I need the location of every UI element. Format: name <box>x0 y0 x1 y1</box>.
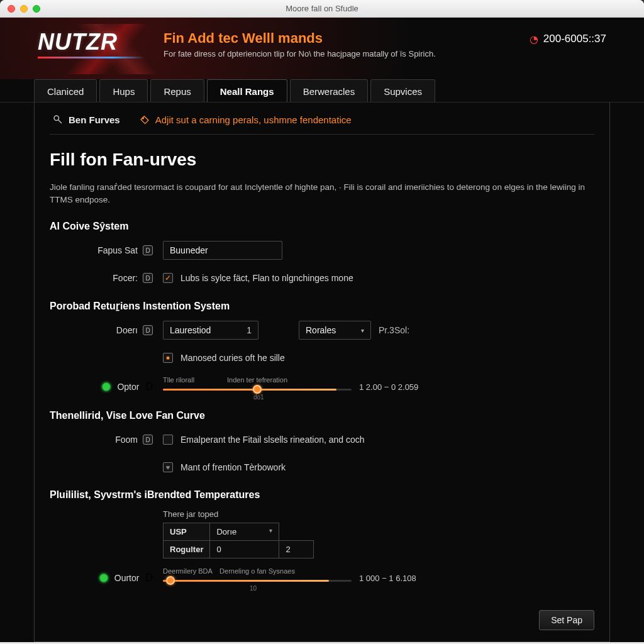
foom-text: Emalperant the Fitail slsells rineation,… <box>180 435 365 445</box>
tab-neall-rangs[interactable]: Neall Rangs <box>207 79 287 102</box>
tab-supvices[interactable]: Supvices <box>370 79 435 102</box>
header-subtitle: For fate diress of dpteriencion tlip for… <box>164 49 530 58</box>
app-shell: NUTZR Fin Add tec Welll mands For fate d… <box>0 18 644 642</box>
table-cell[interactable]: 2 <box>279 541 314 558</box>
subnav-fan-curves[interactable]: Ben Furves <box>52 114 120 125</box>
help-icon[interactable]: D <box>145 572 153 584</box>
section-2-heading: Porobad Retuṟiens Instention System <box>50 300 594 312</box>
row-ourtor: Ourtor D Deermilery BDA Derneling o fan … <box>50 567 594 589</box>
help-icon[interactable]: D <box>143 273 153 283</box>
section-1-heading: Al Coive Sŷstem <box>50 221 594 232</box>
row-temperature-table: There jar toped USP Dorıe▾ Rogulter 0 2 <box>50 509 594 558</box>
doer-select-2-value: Rorales <box>306 325 336 335</box>
manosed-text: Manosed curies oft he sille <box>180 353 285 363</box>
minimize-icon[interactable] <box>20 5 28 13</box>
row-doer: Doerı D Laurestiod 1 Rorales ▾ Pr.3Sol: <box>50 321 594 340</box>
status-dot-icon <box>99 574 108 582</box>
main-panel: Ben Furves Adjit sut a carning perals, u… <box>34 103 610 642</box>
main-tabs: ClanicedHupsRepusNeall RangsBerweraclesS… <box>0 79 644 103</box>
help-icon[interactable]: D <box>145 381 153 392</box>
subnav-a-label: Ben Furves <box>69 114 120 125</box>
zoom-icon[interactable] <box>33 5 40 13</box>
app-window: Moore fall on Sfudle NUTZR Fin Add tec W… <box>0 0 644 644</box>
row-manosed: Manosed curies oft he sille <box>50 348 594 367</box>
status-dot-icon <box>102 382 111 391</box>
tag-icon <box>139 114 150 125</box>
header-clock: ◔ 200-6005::37 <box>530 29 606 45</box>
help-icon[interactable]: D <box>143 325 153 335</box>
optor-slider[interactable]: Tlle rilorall Inden ter tefreration do1 <box>163 376 352 397</box>
table-cell: USP <box>164 523 210 541</box>
page-lead: Jiole fanling ranaṙded tesrormact is cou… <box>50 181 594 206</box>
row-focer: Focer: D Lubs is sylce fäct, Flan to nlg… <box>50 269 594 287</box>
table-cell[interactable]: 0 <box>210 541 279 558</box>
doer-label: Doerı <box>116 325 138 335</box>
row-optor: Optor D Tlle rilorall Inden ter tefrerat… <box>50 376 594 397</box>
clock-value: 200-6005::37 <box>543 33 606 45</box>
chevron-down-icon: ▾ <box>269 527 272 534</box>
subnav: Ben Furves Adjit sut a carning perals, u… <box>50 111 594 135</box>
optor-label: Optor <box>117 382 139 392</box>
fapus-sat-label: Fapus Sat <box>97 245 138 255</box>
window-title: Moore fall on Sfudle <box>0 4 644 13</box>
svg-point-0 <box>54 116 59 121</box>
focer-checkbox[interactable] <box>163 273 173 283</box>
slider-sublabel: do1 <box>253 394 264 401</box>
app-logo: NUTZR <box>38 29 145 58</box>
slider-cap-right: Inden ter tefreration <box>227 376 287 384</box>
subnav-b-label: Adjit sut a carning perals, ushmne fende… <box>155 114 352 125</box>
titlebar: Moore fall on Sfudle <box>0 0 644 18</box>
heart-icon[interactable] <box>163 462 173 472</box>
table-cell-select[interactable]: Dorıe▾ <box>210 523 279 541</box>
wrench-icon <box>52 114 64 125</box>
row-foom: Foom D Emalperant the Fitail slsells rin… <box>50 430 594 449</box>
foom-label: Foom <box>115 435 138 445</box>
slider-sublabel: 10 <box>250 585 257 592</box>
manosed-checkbox[interactable] <box>163 353 173 363</box>
slider-cap-left: Deermilery BDA <box>163 567 213 575</box>
chevron-down-icon: ▾ <box>361 327 364 334</box>
focer-text: Lubs is sylce fäct, Flan to nlgnchinges … <box>180 273 353 283</box>
focer-label: Focer: <box>113 273 138 283</box>
tab-berweracles[interactable]: Berweracles <box>290 79 369 102</box>
doer-select-1[interactable]: Laurestiod 1 <box>163 321 258 340</box>
table-cell: Rogulter <box>164 541 210 558</box>
logo-text: NUTZR <box>38 29 118 55</box>
doer-select-2[interactable]: Rorales ▾ <box>299 321 371 340</box>
optor-readout: 1 2.00 − 0 2.059 <box>359 382 418 392</box>
tab-hups[interactable]: Hups <box>99 79 148 102</box>
row-fapus-sat: Fapus Sat D <box>50 241 594 260</box>
fapus-sat-input[interactable] <box>163 241 282 260</box>
table-row: Rogulter 0 2 <box>164 541 314 558</box>
section-3-heading: Thenellirid, Vise Love Fan Curve <box>50 410 594 421</box>
header-title: Fin Add tec Welll mands <box>164 30 530 47</box>
foom-checkbox[interactable] <box>163 435 173 445</box>
window-controls <box>0 5 40 13</box>
help-icon[interactable]: D <box>143 435 153 445</box>
tab-claniced[interactable]: Claniced <box>34 79 97 102</box>
clock-icon: ◔ <box>530 33 538 45</box>
temperature-table: USP Dorıe▾ Rogulter 0 2 <box>163 523 314 558</box>
section-4-heading: Pluililist, Syvstrm's iBrendted Temperat… <box>50 489 594 501</box>
header: NUTZR Fin Add tec Welll mands For fate d… <box>0 18 644 79</box>
ourtor-label: Ourtor <box>114 573 140 583</box>
help-icon[interactable]: D <box>143 245 153 255</box>
page-title: Fill fon Fan-urves <box>50 150 594 170</box>
row-mant: Mant of frention Tèrbowork <box>50 458 594 477</box>
ourtor-readout: 1 000 − 1 6.108 <box>359 574 416 583</box>
set-pap-button[interactable]: Set Pap <box>539 610 594 630</box>
subnav-adjust[interactable]: Adjit sut a carning perals, ushmne fende… <box>139 114 352 125</box>
doer-suffix: Pr.3Sol: <box>379 325 409 335</box>
slider-cap-right: Derneling o fan Sysnaes <box>219 567 295 575</box>
mant-text: Mant of frention Tèrbowork <box>180 462 286 472</box>
doer-select-1-value: Laurestiod <box>170 325 211 335</box>
table-caption: There jar toped <box>163 509 314 519</box>
doer-select-1-num: 1 <box>240 325 252 335</box>
header-text: Fin Add tec Welll mands For fate diress … <box>164 29 530 58</box>
svg-point-1 <box>142 118 143 119</box>
logo-accent <box>38 57 145 58</box>
tab-repus[interactable]: Repus <box>150 79 204 102</box>
ourtor-slider[interactable]: Deermilery BDA Derneling o fan Sysnaes 1… <box>163 567 352 589</box>
close-icon[interactable] <box>8 5 15 13</box>
table-row: USP Dorıe▾ <box>164 523 314 541</box>
